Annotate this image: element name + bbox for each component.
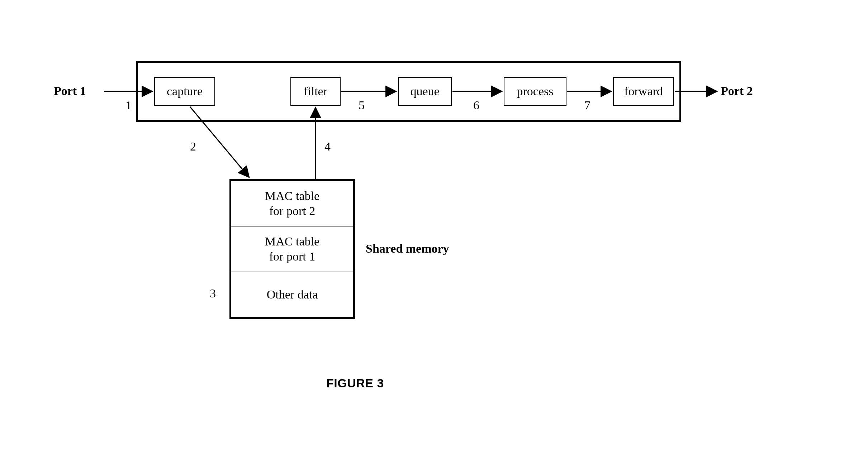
box-forward-label: forward xyxy=(624,85,663,98)
edge-label-6: 6 xyxy=(473,99,479,112)
figure-caption: FIGURE 3 xyxy=(326,376,384,390)
box-process: process xyxy=(504,77,566,106)
box-process-label: process xyxy=(517,85,554,98)
mem-row-2: MAC table for port 1 xyxy=(231,226,353,272)
edge-label-5: 5 xyxy=(359,99,365,112)
shared-memory-label: Shared memory xyxy=(366,242,449,255)
mem-row-3-label: Other data xyxy=(267,287,318,302)
box-queue: queue xyxy=(398,77,452,106)
edge-label-2: 2 xyxy=(190,140,196,153)
edge-label-4: 4 xyxy=(324,140,331,153)
diagram-canvas: capture filter queue process forward MAC… xyxy=(0,0,868,454)
mem-row-1-label: MAC table for port 2 xyxy=(265,188,319,219)
mem-row-3: Other data xyxy=(231,272,353,317)
mem-row-1: MAC table for port 2 xyxy=(231,181,353,226)
edge-label-7: 7 xyxy=(584,99,590,112)
port-2-label: Port 2 xyxy=(721,84,753,98)
box-forward: forward xyxy=(613,77,674,106)
box-filter: filter xyxy=(290,77,341,106)
box-capture-label: capture xyxy=(167,85,203,98)
box-filter-label: filter xyxy=(304,85,327,98)
edge-label-1: 1 xyxy=(125,99,132,112)
box-queue-label: queue xyxy=(410,85,439,98)
port-1-label: Port 1 xyxy=(54,84,86,98)
box-capture: capture xyxy=(154,77,215,106)
shared-memory-box: MAC table for port 2 MAC table for port … xyxy=(229,179,355,319)
edge-label-3: 3 xyxy=(210,287,216,300)
mem-row-2-label: MAC table for port 1 xyxy=(265,234,319,264)
